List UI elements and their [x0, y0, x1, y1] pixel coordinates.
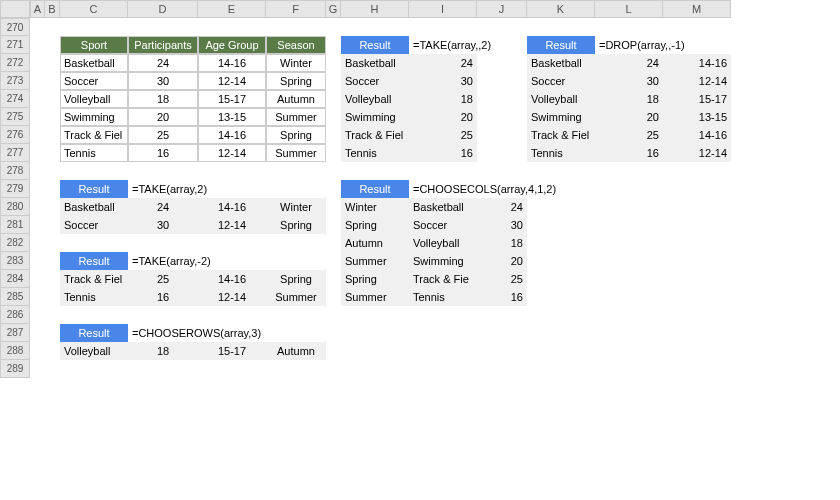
source-age-4[interactable]: 14-16	[198, 126, 266, 144]
res-taketop-1-1[interactable]: 30	[128, 216, 198, 234]
source-header-1[interactable]: Participants	[128, 36, 198, 54]
row-header-280[interactable]: 280	[0, 198, 30, 216]
res-takecols-3-1[interactable]: 20	[409, 108, 477, 126]
res-takecols-5-0[interactable]: Tennis	[341, 144, 409, 162]
result-header-taketop[interactable]: Result	[60, 180, 128, 198]
formula-takecols[interactable]: =TAKE(array,,2)	[409, 36, 609, 54]
source-season-2[interactable]: Autumn	[266, 90, 326, 108]
res-choosecols-3-1[interactable]: Swimming	[409, 252, 477, 270]
row-header-281[interactable]: 281	[0, 216, 30, 234]
spreadsheet[interactable]: ABCDEFGHIJKLM 27027127227327427527627727…	[0, 0, 840, 500]
res-dropcols-1-0[interactable]: Soccer	[527, 72, 595, 90]
res-choosecols-2-1[interactable]: Volleyball	[409, 234, 477, 252]
formula-takebot[interactable]: =TAKE(array,-2)	[128, 252, 328, 270]
res-dropcols-2-0[interactable]: Volleyball	[527, 90, 595, 108]
source-sport-0[interactable]: Basketball	[60, 54, 128, 72]
res-takecols-0-1[interactable]: 24	[409, 54, 477, 72]
source-part-5[interactable]: 16	[128, 144, 198, 162]
res-choosecols-2-0[interactable]: Autumn	[341, 234, 409, 252]
res-dropcols-3-0[interactable]: Swimming	[527, 108, 595, 126]
column-header-D[interactable]: D	[128, 0, 198, 18]
res-takebot-0-0[interactable]: Track & Fiel	[60, 270, 128, 288]
row-header-279[interactable]: 279	[0, 180, 30, 198]
res-dropcols-5-2[interactable]: 12-14	[663, 144, 731, 162]
source-part-4[interactable]: 25	[128, 126, 198, 144]
res-takebot-1-3[interactable]: Summer	[266, 288, 326, 306]
res-dropcols-3-2[interactable]: 13-15	[663, 108, 731, 126]
source-age-0[interactable]: 14-16	[198, 54, 266, 72]
column-header-L[interactable]: L	[595, 0, 663, 18]
res-dropcols-2-1[interactable]: 18	[595, 90, 663, 108]
res-dropcols-1-2[interactable]: 12-14	[663, 72, 731, 90]
column-header-E[interactable]: E	[198, 0, 266, 18]
res-dropcols-0-1[interactable]: 24	[595, 54, 663, 72]
source-sport-5[interactable]: Tennis	[60, 144, 128, 162]
res-dropcols-4-2[interactable]: 14-16	[663, 126, 731, 144]
res-choosecols-3-2[interactable]: 20	[477, 252, 527, 270]
res-choosecols-0-2[interactable]: 24	[477, 198, 527, 216]
column-header-M[interactable]: M	[663, 0, 731, 18]
source-season-1[interactable]: Spring	[266, 72, 326, 90]
column-header-B[interactable]: B	[45, 0, 60, 18]
row-header-278[interactable]: 278	[0, 162, 30, 180]
row-header-283[interactable]: 283	[0, 252, 30, 270]
row-header-273[interactable]: 273	[0, 72, 30, 90]
result-header-chooserows[interactable]: Result	[60, 324, 128, 342]
res-takecols-4-1[interactable]: 25	[409, 126, 477, 144]
res-takebot-1-1[interactable]: 16	[128, 288, 198, 306]
select-all-corner[interactable]	[0, 0, 30, 18]
formula-chooserows[interactable]: =CHOOSEROWS(array,3)	[128, 324, 328, 342]
column-header-A[interactable]: A	[30, 0, 45, 18]
res-takebot-1-0[interactable]: Tennis	[60, 288, 128, 306]
res-takebot-1-2[interactable]: 12-14	[198, 288, 266, 306]
res-dropcols-0-0[interactable]: Basketball	[527, 54, 595, 72]
res-choosecols-1-0[interactable]: Spring	[341, 216, 409, 234]
column-header-F[interactable]: F	[266, 0, 326, 18]
row-header-277[interactable]: 277	[0, 144, 30, 162]
source-header-2[interactable]: Age Group	[198, 36, 266, 54]
res-choosecols-0-0[interactable]: Winter	[341, 198, 409, 216]
row-header-274[interactable]: 274	[0, 90, 30, 108]
source-part-2[interactable]: 18	[128, 90, 198, 108]
res-taketop-0-1[interactable]: 24	[128, 198, 198, 216]
res-chooserows-0-3[interactable]: Autumn	[266, 342, 326, 360]
row-header-287[interactable]: 287	[0, 324, 30, 342]
res-dropcols-5-1[interactable]: 16	[595, 144, 663, 162]
res-takebot-0-3[interactable]: Spring	[266, 270, 326, 288]
res-takecols-1-0[interactable]: Soccer	[341, 72, 409, 90]
row-header-270[interactable]: 270	[0, 18, 30, 36]
result-header-takecols[interactable]: Result	[341, 36, 409, 54]
res-choosecols-5-0[interactable]: Summer	[341, 288, 409, 306]
source-age-1[interactable]: 12-14	[198, 72, 266, 90]
res-takecols-5-1[interactable]: 16	[409, 144, 477, 162]
column-header-G[interactable]: G	[326, 0, 341, 18]
res-dropcols-0-2[interactable]: 14-16	[663, 54, 731, 72]
source-season-3[interactable]: Summer	[266, 108, 326, 126]
res-choosecols-4-1[interactable]: Track & Fie	[409, 270, 477, 288]
res-choosecols-0-1[interactable]: Basketball	[409, 198, 477, 216]
res-takebot-0-2[interactable]: 14-16	[198, 270, 266, 288]
source-age-2[interactable]: 15-17	[198, 90, 266, 108]
row-header-284[interactable]: 284	[0, 270, 30, 288]
source-header-0[interactable]: Sport	[60, 36, 128, 54]
source-part-1[interactable]: 30	[128, 72, 198, 90]
res-dropcols-3-1[interactable]: 20	[595, 108, 663, 126]
source-sport-1[interactable]: Soccer	[60, 72, 128, 90]
row-header-282[interactable]: 282	[0, 234, 30, 252]
res-choosecols-1-1[interactable]: Soccer	[409, 216, 477, 234]
res-choosecols-1-2[interactable]: 30	[477, 216, 527, 234]
formula-taketop[interactable]: =TAKE(array,2)	[128, 180, 328, 198]
res-taketop-1-3[interactable]: Spring	[266, 216, 326, 234]
column-header-I[interactable]: I	[409, 0, 477, 18]
source-season-5[interactable]: Summer	[266, 144, 326, 162]
source-age-5[interactable]: 12-14	[198, 144, 266, 162]
res-taketop-0-2[interactable]: 14-16	[198, 198, 266, 216]
res-choosecols-2-2[interactable]: 18	[477, 234, 527, 252]
source-season-0[interactable]: Winter	[266, 54, 326, 72]
row-header-286[interactable]: 286	[0, 306, 30, 324]
source-sport-2[interactable]: Volleyball	[60, 90, 128, 108]
row-header-272[interactable]: 272	[0, 54, 30, 72]
source-sport-4[interactable]: Track & Fiel	[60, 126, 128, 144]
result-header-choosecols[interactable]: Result	[341, 180, 409, 198]
res-dropcols-5-0[interactable]: Tennis	[527, 144, 595, 162]
